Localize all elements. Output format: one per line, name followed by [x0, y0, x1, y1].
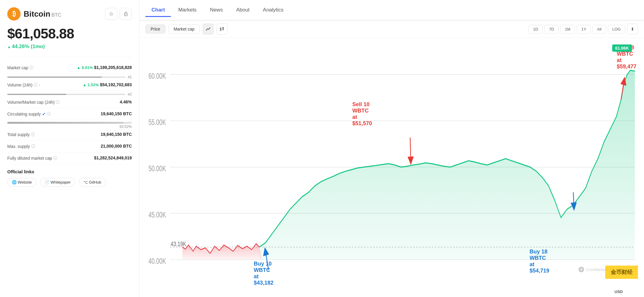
official-links-title: Official links [7, 169, 132, 174]
coin-icon: ₿ [7, 7, 21, 21]
total-supply-label: Total supply ⓘ [7, 132, 68, 137]
website-link[interactable]: 🌐 Website [7, 178, 36, 187]
watchlist-button[interactable]: ☆ [105, 8, 117, 20]
official-links-list: 🌐 Website 📄 Whitepaper ⌥ GitHub [7, 178, 132, 189]
volume-info-icon[interactable]: ⓘ [34, 82, 38, 88]
vol-mc-label: Volume/Market cap (24h) ⓘ [7, 100, 68, 105]
time-1y[interactable]: 1Y [577, 25, 591, 34]
circ-supply-value: 19,640,150 BTC [101, 111, 132, 116]
market-cap-values: ▲ 8.01% $1,199,205,618,828 [77, 65, 132, 70]
svg-text:50.00K: 50.00K [148, 165, 166, 173]
max-supply-info-icon[interactable]: ⓘ [31, 144, 35, 149]
stat-fully-diluted: Fully diluted market cap ⓘ $1,282,524,84… [7, 152, 132, 164]
right-panel: Chart Markets News About Analytics Price… [139, 0, 644, 297]
chart-container: 40.00K 45.00K 50.00K 55.00K 60.00K 43.19… [145, 41, 638, 297]
share-button[interactable]: ⎙ [120, 8, 132, 20]
stat-market-cap: Market cap ⓘ ▲ 8.01% $1,199,205,618,828 [7, 62, 132, 74]
stats-section: Market cap ⓘ ▲ 8.01% $1,199,205,618,828 … [7, 57, 132, 164]
total-supply-info-icon[interactable]: ⓘ [31, 132, 35, 137]
time-1d[interactable]: 1D [529, 25, 543, 34]
market-cap-button[interactable]: Market cap [168, 24, 200, 34]
market-cap-change: ▲ 8.01% [77, 65, 93, 70]
market-cap-rank-row: #1 [7, 75, 132, 79]
coin-header: ₿ Bitcoin BTC ☆ ⎙ [7, 7, 132, 21]
tab-news[interactable]: News [204, 4, 229, 17]
volume-rank-row: #2 [7, 92, 132, 96]
line-chart-icon-button[interactable] [203, 24, 214, 34]
fully-diluted-label: Fully diluted market cap ⓘ [7, 155, 68, 161]
stat-max-supply: Max. supply ⓘ 21,000,000 BTC [7, 141, 132, 152]
volume-change: ▲ 1.52% [83, 83, 99, 87]
time-1m[interactable]: 1M [560, 25, 575, 34]
coin-change: 44.26% (1mo) [7, 44, 132, 50]
volume-values: ▲ 1.52% $54,192,702,683 [83, 82, 132, 87]
left-panel: ₿ Bitcoin BTC ☆ ⎙ $61,058.88 44.26% (1mo… [0, 0, 139, 297]
market-cap-rank-fill [7, 77, 102, 78]
market-cap-info-icon[interactable]: ⓘ [29, 65, 33, 70]
currency-label: USD [615, 289, 623, 294]
max-supply-label: Max. supply ⓘ [7, 144, 68, 149]
coin-symbol: BTC [51, 12, 61, 18]
official-links: Official links 🌐 Website 📄 Whitepaper ⌥ … [7, 169, 132, 189]
time-all[interactable]: All [593, 25, 606, 34]
svg-line-19 [410, 138, 411, 161]
tab-chart[interactable]: Chart [145, 4, 171, 17]
coin-price: $61,058.88 [7, 25, 132, 42]
volume-rank-bar [7, 94, 125, 95]
chart-area: 40.00K 45.00K 50.00K 55.00K 60.00K 43.19… [139, 38, 644, 297]
svg-rect-0 [220, 28, 221, 30]
volume-value: $54,192,702,683 [100, 82, 132, 87]
svg-text:60.00K: 60.00K [148, 72, 166, 80]
circ-supply-label: Circulating supply ✔ ⓘ [7, 111, 68, 117]
stat-circ-supply: Circulating supply ✔ ⓘ 19,640,150 BTC [7, 108, 132, 120]
svg-text:45.00K: 45.00K [148, 211, 166, 220]
coin-title: Bitcoin BTC [24, 9, 61, 19]
tab-analytics[interactable]: Analytics [257, 4, 290, 17]
time-7d[interactable]: 7D [544, 25, 559, 34]
tab-markets[interactable]: Markets [172, 4, 202, 17]
verified-icon: ✔ [42, 112, 46, 116]
stat-vol-mc: Volume/Market cap (24h) ⓘ 4.46% [7, 96, 132, 108]
price-chart: 40.00K 45.00K 50.00K 55.00K 60.00K 43.19… [145, 41, 638, 276]
time-log[interactable]: LOG [608, 25, 625, 34]
candle-chart-icon-button[interactable] [217, 24, 227, 34]
supply-pct: 93.52% [7, 125, 132, 129]
current-price-badge: 61.06K [612, 44, 632, 52]
volume-chevron-icon[interactable]: › [39, 83, 40, 87]
github-link[interactable]: ⌥ GitHub [79, 178, 106, 187]
svg-rect-3 [223, 28, 224, 29]
watermark: 金币财经 [605, 266, 638, 279]
stat-total-supply: Total supply ⓘ 19,640,150 BTC [7, 129, 132, 141]
vol-mc-info-icon[interactable]: ⓘ [56, 100, 60, 105]
market-cap-value: $1,199,205,618,828 [94, 65, 132, 70]
whitepaper-link[interactable]: 📄 Whitepaper [40, 178, 75, 187]
volume-label: Volume (24h) ⓘ › [7, 82, 68, 88]
market-cap-rank-bar [7, 77, 125, 78]
svg-text:43.19K: 43.19K [171, 240, 186, 247]
supply-bar [7, 122, 132, 124]
max-supply-value: 21,000,000 BTC [101, 144, 132, 148]
download-button[interactable]: ⬇ [627, 24, 638, 34]
stat-volume: Volume (24h) ⓘ › ▲ 1.52% $54,192,702,683 [7, 79, 132, 91]
time-controls: 1D 7D 1M 1Y All LOG ⬇ [529, 24, 638, 34]
fully-diluted-info-icon[interactable]: ⓘ [53, 155, 57, 161]
volume-rank-fill [7, 94, 66, 95]
total-supply-value: 19,640,150 BTC [101, 132, 132, 137]
circ-supply-info-icon[interactable]: ⓘ [47, 111, 51, 117]
tab-about[interactable]: About [230, 4, 255, 17]
market-cap-rank: #1 [128, 75, 132, 79]
header-actions: ☆ ⎙ [105, 8, 132, 20]
svg-text:55.00K: 55.00K [148, 118, 166, 127]
svg-text:40.00K: 40.00K [148, 257, 166, 266]
supply-bar-fill [7, 122, 124, 124]
price-button[interactable]: Price [145, 24, 165, 34]
supply-bar-row: 93.52% [7, 122, 132, 129]
fully-diluted-value: $1,282,524,849,019 [94, 155, 132, 160]
chart-controls: Price Market cap 1D 7D 1M 1Y [139, 21, 644, 38]
vol-mc-value: 4.46% [120, 100, 132, 104]
coin-name: Bitcoin [24, 9, 50, 18]
volume-rank: #2 [128, 92, 132, 96]
tab-bar: Chart Markets News About Analytics [139, 0, 644, 21]
market-cap-label: Market cap ⓘ [7, 65, 68, 70]
